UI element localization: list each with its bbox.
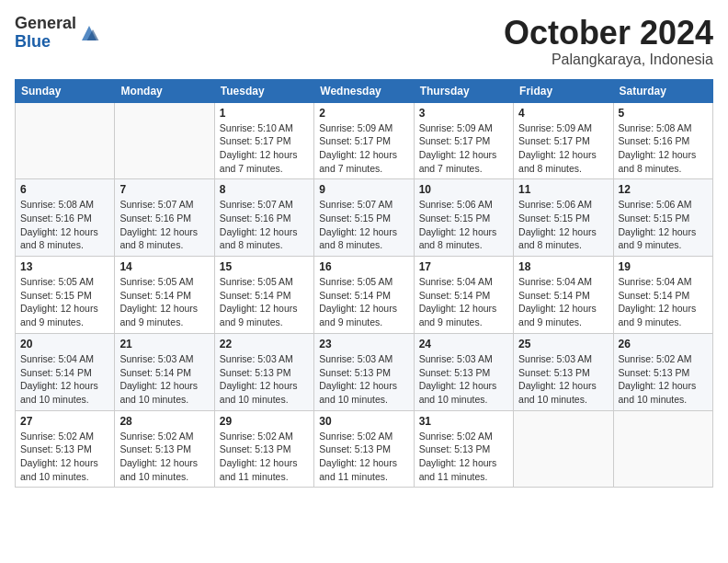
day-number: 27: [20, 415, 109, 428]
day-detail: Sunrise: 5:09 AM Sunset: 5:17 PM Dayligh…: [419, 121, 508, 176]
day-detail: Sunrise: 5:07 AM Sunset: 5:15 PM Dayligh…: [319, 198, 408, 252]
calendar-cell: 5Sunrise: 5:08 AM Sunset: 5:16 PM Daylig…: [613, 102, 712, 179]
calendar-cell: [16, 102, 115, 179]
day-detail: Sunrise: 5:08 AM Sunset: 5:16 PM Dayligh…: [619, 121, 708, 176]
calendar-cell: 3Sunrise: 5:09 AM Sunset: 5:17 PM Daylig…: [414, 102, 513, 179]
calendar-cell: 29Sunrise: 5:02 AM Sunset: 5:13 PM Dayli…: [214, 410, 313, 488]
day-number: 24: [419, 338, 508, 350]
day-number: 30: [319, 415, 408, 428]
calendar-cell: 8Sunrise: 5:07 AM Sunset: 5:16 PM Daylig…: [214, 179, 313, 257]
day-number: 12: [619, 183, 708, 196]
calendar-cell: 4Sunrise: 5:09 AM Sunset: 5:17 PM Daylig…: [514, 102, 613, 179]
day-detail: Sunrise: 5:09 AM Sunset: 5:17 PM Dayligh…: [319, 121, 408, 176]
calendar-week-row: 20Sunrise: 5:04 AM Sunset: 5:14 PM Dayli…: [16, 333, 713, 410]
column-header-friday: Friday: [514, 79, 613, 102]
day-number: 7: [119, 183, 209, 196]
day-number: 31: [419, 415, 508, 428]
day-detail: Sunrise: 5:02 AM Sunset: 5:13 PM Dayligh…: [119, 430, 209, 484]
calendar-week-row: 27Sunrise: 5:02 AM Sunset: 5:13 PM Dayli…: [16, 410, 713, 488]
page-header: General Blue October 2024 Palangkaraya, …: [15, 15, 713, 68]
day-number: 8: [220, 183, 309, 196]
day-detail: Sunrise: 5:03 AM Sunset: 5:13 PM Dayligh…: [220, 352, 309, 407]
day-number: 5: [619, 107, 708, 120]
day-detail: Sunrise: 5:04 AM Sunset: 5:14 PM Dayligh…: [419, 275, 508, 329]
day-detail: Sunrise: 5:05 AM Sunset: 5:14 PM Dayligh…: [319, 275, 408, 329]
day-detail: Sunrise: 5:04 AM Sunset: 5:14 PM Dayligh…: [518, 275, 608, 329]
calendar-week-row: 6Sunrise: 5:08 AM Sunset: 5:16 PM Daylig…: [16, 179, 713, 257]
calendar-cell: 24Sunrise: 5:03 AM Sunset: 5:13 PM Dayli…: [414, 333, 513, 410]
calendar-cell: 31Sunrise: 5:02 AM Sunset: 5:13 PM Dayli…: [414, 410, 513, 488]
calendar-cell: 22Sunrise: 5:03 AM Sunset: 5:13 PM Dayli…: [214, 333, 313, 410]
day-detail: Sunrise: 5:07 AM Sunset: 5:16 PM Dayligh…: [119, 198, 209, 252]
day-detail: Sunrise: 5:04 AM Sunset: 5:14 PM Dayligh…: [20, 352, 109, 407]
day-number: 29: [220, 415, 309, 428]
column-header-tuesday: Tuesday: [214, 79, 313, 102]
day-detail: Sunrise: 5:06 AM Sunset: 5:15 PM Dayligh…: [419, 198, 508, 252]
day-number: 18: [518, 260, 608, 273]
calendar-cell: 12Sunrise: 5:06 AM Sunset: 5:15 PM Dayli…: [613, 179, 712, 257]
column-header-sunday: Sunday: [16, 79, 115, 102]
day-detail: Sunrise: 5:08 AM Sunset: 5:16 PM Dayligh…: [20, 198, 109, 252]
day-detail: Sunrise: 5:03 AM Sunset: 5:13 PM Dayligh…: [319, 352, 408, 407]
day-number: 22: [220, 338, 309, 350]
calendar-cell: 15Sunrise: 5:05 AM Sunset: 5:14 PM Dayli…: [214, 257, 313, 334]
calendar-cell: 28Sunrise: 5:02 AM Sunset: 5:13 PM Dayli…: [115, 410, 214, 488]
calendar-cell: 17Sunrise: 5:04 AM Sunset: 5:14 PM Dayli…: [414, 257, 513, 334]
day-detail: Sunrise: 5:02 AM Sunset: 5:13 PM Dayligh…: [319, 430, 408, 484]
calendar-cell: 30Sunrise: 5:02 AM Sunset: 5:13 PM Dayli…: [314, 410, 414, 488]
day-detail: Sunrise: 5:07 AM Sunset: 5:16 PM Dayligh…: [220, 198, 309, 252]
calendar-cell: 9Sunrise: 5:07 AM Sunset: 5:15 PM Daylig…: [314, 179, 414, 257]
logo-icon: [78, 22, 100, 44]
day-number: 20: [20, 338, 109, 350]
day-number: 13: [20, 260, 109, 273]
calendar-cell: [115, 102, 214, 179]
day-number: 4: [518, 107, 608, 120]
day-detail: Sunrise: 5:03 AM Sunset: 5:13 PM Dayligh…: [419, 352, 508, 407]
day-number: 21: [119, 338, 209, 350]
calendar-cell: 14Sunrise: 5:05 AM Sunset: 5:14 PM Dayli…: [115, 257, 214, 334]
calendar-cell: 11Sunrise: 5:06 AM Sunset: 5:15 PM Dayli…: [514, 179, 613, 257]
day-number: 6: [20, 183, 109, 196]
calendar-week-row: 1Sunrise: 5:10 AM Sunset: 5:17 PM Daylig…: [16, 102, 713, 179]
calendar-table: SundayMondayTuesdayWednesdayThursdayFrid…: [15, 79, 713, 488]
day-number: 11: [518, 183, 608, 196]
day-number: 10: [419, 183, 508, 196]
day-detail: Sunrise: 5:02 AM Sunset: 5:13 PM Dayligh…: [419, 430, 508, 484]
calendar-cell: 13Sunrise: 5:05 AM Sunset: 5:15 PM Dayli…: [16, 257, 115, 334]
calendar-cell: 2Sunrise: 5:09 AM Sunset: 5:17 PM Daylig…: [314, 102, 414, 179]
day-number: 2: [319, 107, 408, 120]
day-detail: Sunrise: 5:05 AM Sunset: 5:14 PM Dayligh…: [119, 275, 209, 329]
calendar-cell: 10Sunrise: 5:06 AM Sunset: 5:15 PM Dayli…: [414, 179, 513, 257]
location: Palangkaraya, Indonesia: [504, 52, 713, 68]
calendar-cell: 27Sunrise: 5:02 AM Sunset: 5:13 PM Dayli…: [16, 410, 115, 488]
day-number: 16: [319, 260, 408, 273]
day-number: 23: [319, 338, 408, 350]
logo-blue-text: Blue: [15, 32, 51, 51]
calendar-cell: [514, 410, 613, 488]
day-number: 28: [119, 415, 209, 428]
column-header-monday: Monday: [115, 79, 214, 102]
calendar-cell: 18Sunrise: 5:04 AM Sunset: 5:14 PM Dayli…: [514, 257, 613, 334]
calendar-cell: 21Sunrise: 5:03 AM Sunset: 5:14 PM Dayli…: [115, 333, 214, 410]
calendar-cell: 26Sunrise: 5:02 AM Sunset: 5:13 PM Dayli…: [613, 333, 712, 410]
day-detail: Sunrise: 5:02 AM Sunset: 5:13 PM Dayligh…: [619, 352, 708, 407]
day-number: 14: [119, 260, 209, 273]
day-number: 15: [220, 260, 309, 273]
column-header-wednesday: Wednesday: [314, 79, 414, 102]
day-detail: Sunrise: 5:03 AM Sunset: 5:14 PM Dayligh…: [119, 352, 209, 407]
calendar-cell: 19Sunrise: 5:04 AM Sunset: 5:14 PM Dayli…: [613, 257, 712, 334]
calendar-cell: [613, 410, 712, 488]
day-detail: Sunrise: 5:04 AM Sunset: 5:14 PM Dayligh…: [619, 275, 708, 329]
calendar-cell: 20Sunrise: 5:04 AM Sunset: 5:14 PM Dayli…: [16, 333, 115, 410]
calendar-cell: 7Sunrise: 5:07 AM Sunset: 5:16 PM Daylig…: [115, 179, 214, 257]
logo-general-text: General: [15, 14, 76, 32]
day-detail: Sunrise: 5:05 AM Sunset: 5:15 PM Dayligh…: [20, 275, 109, 329]
day-detail: Sunrise: 5:05 AM Sunset: 5:14 PM Dayligh…: [220, 275, 309, 329]
day-number: 26: [619, 338, 708, 350]
day-number: 25: [518, 338, 608, 350]
day-detail: Sunrise: 5:06 AM Sunset: 5:15 PM Dayligh…: [619, 198, 708, 252]
day-number: 3: [419, 107, 508, 120]
day-detail: Sunrise: 5:02 AM Sunset: 5:13 PM Dayligh…: [20, 430, 109, 484]
day-number: 17: [419, 260, 508, 273]
calendar-cell: 25Sunrise: 5:03 AM Sunset: 5:13 PM Dayli…: [514, 333, 613, 410]
